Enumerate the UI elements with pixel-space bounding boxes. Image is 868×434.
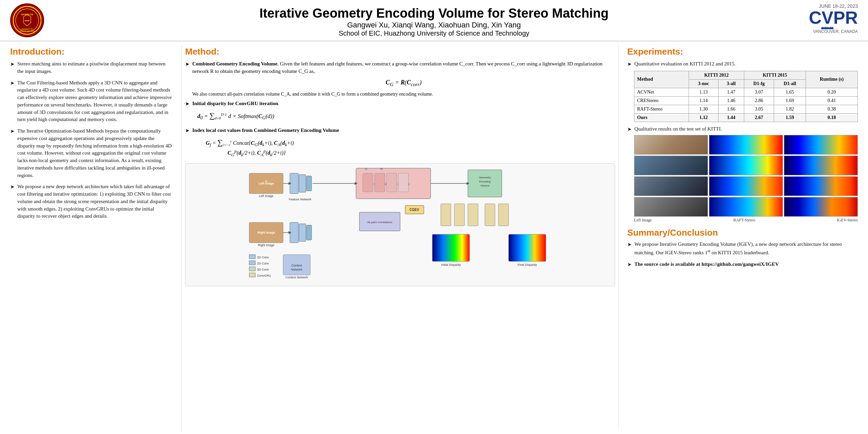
raft-3noc: 1.30 [689, 105, 718, 113]
result-img-r4c1 [634, 197, 708, 217]
result-label-3: IGEV-Stereo [837, 218, 858, 223]
svg-text:🏍: 🏍 [265, 179, 268, 182]
ours-3all: 1.44 [718, 113, 744, 122]
intro-bullet-4: ➤ We propose a new deep network architec… [10, 183, 173, 220]
method-arrow-3: ➤ [185, 127, 190, 135]
ours-d1fg: 2.67 [744, 113, 774, 122]
method-raftstereo: RAFT-Stereo [634, 105, 689, 113]
summary-bullet-2: ➤ The source code is available at https:… [627, 261, 858, 269]
cre-3all: 1.46 [718, 96, 744, 105]
intro-bullet-3: ➤ The Iterative Optimization-based Metho… [10, 127, 173, 179]
svg-text:Left Image: Left Image [259, 194, 274, 198]
svg-text:UNIVERSITY OF: UNIVERSITY OF [21, 28, 33, 30]
intro-text-3: The Iterative Optimization-based Methods… [17, 127, 173, 179]
summary-text-1: We propose Iterative Geometry Encoding V… [634, 241, 858, 257]
svg-rect-29 [290, 222, 298, 243]
th-runtime: Runtime (s) [806, 71, 857, 88]
method-cgev-content: Combined Geometry Encoding Volume. Given… [192, 60, 615, 97]
result-img-r4c2 [709, 197, 783, 217]
col-experiments: Experiments: ➤ Quantitative evaluation o… [624, 45, 861, 431]
method-initdisp-content: Initial disparity for ConvGRU iteration.… [192, 100, 279, 124]
svg-text:W: W [380, 167, 383, 171]
table-header-row: Method KITTI 2012 KITTI 2015 Runtime (s) [634, 71, 858, 79]
svg-text:Context: Context [291, 264, 302, 267]
svg-text:ConvGRU: ConvGRU [257, 274, 271, 277]
cgev-text2: We also construct all-pairs correlation … [192, 91, 615, 98]
th-kitti2015: KITTI 2015 [744, 71, 806, 79]
acvnet-3noc: 1.13 [689, 88, 718, 96]
svg-rect-57 [249, 267, 255, 271]
svg-text:Initial Disparity: Initial Disparity [441, 263, 461, 267]
th-method: Method [634, 71, 689, 88]
intro-text-1: Stereo matching aims to estimate a pixel… [17, 60, 173, 75]
university-logo: 华中科技大学 HUST UNIVERSITY OF SCIENCE AND TE… [10, 3, 44, 37]
svg-rect-27 [299, 175, 306, 192]
acvnet-runtime: 0.20 [806, 88, 857, 96]
kitti-table: Method KITTI 2012 KITTI 2015 Runtime (s)… [634, 71, 858, 122]
svg-rect-55 [249, 261, 255, 265]
svg-rect-26 [290, 173, 298, 194]
exp-arrow-1: ➤ [627, 61, 632, 68]
exp-heading: Experiments: [627, 46, 858, 57]
svg-rect-8 [823, 27, 823, 29]
intro-text-4: We propose a new deep network architectu… [17, 183, 173, 220]
svg-text:2D Conv: 2D Conv [257, 262, 269, 265]
summary-text-2: The source code is available at https://… [634, 261, 858, 268]
result-img-r3c2 [709, 176, 783, 196]
architecture-diagram: Left Image 🏍 Right Image Left Image Righ… [188, 166, 612, 282]
cvpr-logo-block: JUNE 18-22, 2023 CVPR VANCOUVER, CANADA [790, 3, 858, 34]
table-row: ACVNet 1.13 1.47 3.07 1.65 0.20 [634, 88, 858, 96]
svg-text:Right Image: Right Image [257, 231, 275, 234]
table-row-ours: Ours 1.12 1.44 2.67 1.59 0.18 [634, 113, 858, 122]
th-kitti2012: KITTI 2012 [689, 71, 744, 79]
svg-text:HUST: HUST [25, 20, 30, 22]
result-img-r3c1 [634, 176, 708, 196]
index-equation: Gf = ∑i=−rr Concat{CG(dk+i), CA(dk+i) CG… [192, 137, 339, 158]
cre-3noc: 1.14 [689, 96, 718, 105]
method-diagram: Left Image 🏍 Right Image Left Image Righ… [185, 163, 615, 286]
header: 华中科技大学 HUST UNIVERSITY OF SCIENCE AND TE… [0, 0, 868, 41]
svg-text:Volume: Volume [480, 184, 490, 187]
uni-logo-circle: 华中科技大学 HUST UNIVERSITY OF SCIENCE AND TE… [10, 3, 44, 37]
bullet-arrow-1: ➤ [10, 61, 15, 68]
raft-d1fg: 3.05 [744, 105, 774, 113]
svg-text:Geometry: Geometry [479, 176, 491, 179]
svg-text:2D Conv: 2D Conv [257, 256, 269, 259]
col-method: Method: ➤ Combined Geometry Encoding Vol… [181, 45, 619, 431]
paper-authors: Gangwei Xu, Xianqi Wang, Xiaohuan Ding, … [259, 21, 609, 29]
summary-arrow-2: ➤ [627, 261, 632, 269]
summary-bullet-1: ➤ We propose Iterative Geometry Encoding… [627, 241, 858, 257]
svg-rect-69 [485, 204, 495, 226]
table-row: CREStereo 1.14 1.46 2.86 1.69 0.41 [634, 96, 858, 105]
skyline-svg [797, 26, 858, 29]
svg-text:CGEV: CGEV [410, 208, 419, 212]
intro-heading: Introduction: [10, 46, 173, 57]
svg-text:SCIENCE AND TECH: SCIENCE AND TECH [20, 31, 35, 32]
acvnet-d1fg: 3.07 [744, 88, 774, 96]
method-arrow-1: ➤ [185, 61, 190, 68]
paper-institution: School of EIC, Huazhong University of Sc… [259, 29, 609, 37]
bullet-arrow-3: ➤ [10, 128, 15, 135]
exp-quant-text: ➤ Quantitative evaluation on KITTI 2012 … [627, 60, 858, 68]
method-index-content: Index local cost values from Combined Ge… [192, 127, 339, 161]
cvpr-logo-text: CVPR [809, 9, 858, 26]
intro-bullet-2: ➤ The Cost Filtering-based Methods apply… [10, 79, 173, 124]
svg-rect-35 [363, 173, 373, 192]
svg-text:Feature Network: Feature Network [289, 198, 312, 201]
exp-qual-text: ➤ Qualitative results on the test set of… [627, 125, 858, 133]
result-img-r2c3 [784, 156, 858, 175]
bullet-arrow-2: ➤ [10, 80, 15, 87]
result-img-r1c1 [634, 135, 708, 155]
paper-title: Iterative Geometry Encoding Volume for S… [259, 6, 609, 21]
method-acvnet: ACVNet [634, 88, 689, 96]
raft-d1all: 1.82 [774, 105, 806, 113]
svg-text:Encoding: Encoding [479, 180, 490, 183]
svg-text:Final Disparity: Final Disparity [517, 263, 537, 267]
main-content: Introduction: ➤ Stereo matching aims to … [0, 41, 868, 434]
index-title: Index local cost values from Combined Ge… [192, 127, 339, 133]
result-img-r1c2 [709, 135, 783, 155]
cvpr-location: VANCOUVER, CANADA [813, 29, 858, 34]
method-crestereo: CREStereo [634, 96, 689, 105]
svg-rect-31 [307, 225, 312, 240]
result-img-r2c2 [709, 156, 783, 175]
